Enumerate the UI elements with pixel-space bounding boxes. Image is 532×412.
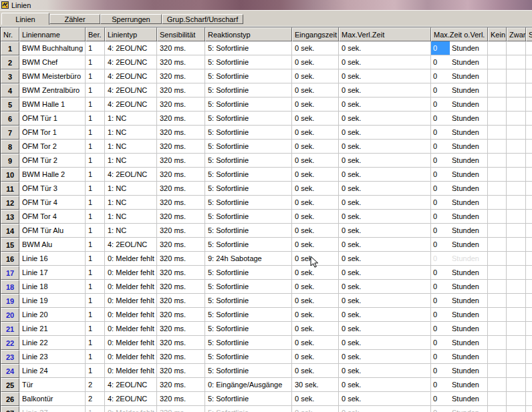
cell-flag[interactable] (488, 182, 507, 196)
cell-name[interactable]: Tür (19, 378, 86, 392)
cell-reakt[interactable]: 5: Sofortlinie (205, 266, 292, 280)
cell-flag[interactable] (526, 406, 532, 412)
hours-value[interactable]: 0 (431, 182, 450, 195)
cell-name[interactable]: BWM Halle 2 (19, 168, 86, 182)
cell-eingang[interactable]: 0 sek. (292, 294, 339, 308)
cell-maxverl[interactable]: 0 sek. (339, 97, 431, 112)
cell-ber[interactable]: 1 (86, 238, 105, 252)
cell-sens[interactable]: 320 ms. (157, 112, 205, 126)
cell-name[interactable]: BWM Zentralbüro (19, 83, 86, 97)
row-number[interactable]: 9 (1, 154, 19, 168)
cell-reakt[interactable]: 5: Sofortlinie (205, 322, 292, 336)
cell-flag[interactable] (488, 280, 507, 294)
cell-maxzeit-overl[interactable]: 0Stunden (431, 350, 488, 364)
cell-typ[interactable]: 0: Melder fehlt (105, 266, 157, 280)
cell-name[interactable]: Linie 20 (19, 308, 86, 322)
cell-flag[interactable] (488, 112, 507, 126)
cell-eingang[interactable]: 0 sek. (292, 350, 339, 364)
cell-maxverl[interactable]: 0 sek. (339, 238, 431, 252)
cell-eingang[interactable]: 0 sek. (292, 238, 339, 252)
cell-sens[interactable]: 320 ms. (157, 280, 205, 294)
cell-typ[interactable]: 0: Melder fehlt (105, 280, 157, 294)
cell-eingang[interactable]: 0 sek. (292, 336, 339, 350)
hours-value[interactable]: 0 (431, 350, 450, 363)
cell-ber[interactable]: 1 (86, 69, 105, 83)
cell-reakt[interactable]: 5: Sofortlinie (205, 280, 292, 294)
cell-sens[interactable]: 320 ms. (157, 336, 205, 350)
cell-typ[interactable]: 0: Melder fehlt (105, 294, 157, 308)
cell-maxzeit-overl[interactable]: 0Stunden (431, 252, 488, 266)
cell-ber[interactable]: 1 (86, 140, 105, 154)
cell-maxverl[interactable]: 0 sek. (339, 168, 431, 182)
row-number[interactable]: 1 (1, 41, 19, 55)
cell-sens[interactable]: 320 ms. (157, 126, 205, 140)
cell-flag[interactable] (507, 252, 526, 266)
cell-eingang[interactable]: 0 sek. (292, 182, 339, 196)
cell-flag[interactable] (507, 378, 526, 392)
cell-sens[interactable]: 320 ms. (157, 294, 205, 308)
cell-sens[interactable]: 320 ms. (157, 210, 205, 224)
row-number[interactable]: 10 (1, 168, 19, 182)
cell-reakt[interactable]: 5: Sofortlinie (205, 210, 292, 224)
cell-ber[interactable]: 1 (86, 168, 105, 182)
cell-name[interactable]: Linie 19 (19, 294, 86, 308)
hours-value[interactable]: 0 (431, 308, 450, 321)
cell-ber[interactable]: 1 (86, 322, 105, 336)
hours-value[interactable]: 0 (431, 140, 450, 153)
cell-typ[interactable]: 0: Melder fehlt (105, 350, 157, 364)
cell-flag[interactable] (526, 266, 532, 280)
cell-typ[interactable]: 0: Melder fehlt (105, 364, 157, 378)
cell-typ[interactable]: 1: NC (105, 196, 157, 210)
cell-ber[interactable]: 1 (86, 182, 105, 196)
row-number[interactable]: 7 (1, 126, 19, 140)
cell-flag[interactable] (526, 97, 532, 112)
tab-z-hler[interactable]: Zähler (49, 14, 100, 24)
cell-eingang[interactable]: 0 sek. (292, 224, 339, 238)
hours-value[interactable]: 0 (431, 69, 450, 83)
cell-name[interactable]: ÖFM Tür 1 (19, 112, 86, 126)
cell-name[interactable]: ÖFM Tür 2 (19, 154, 86, 168)
cell-maxzeit-overl[interactable]: 0Stunden (431, 182, 488, 196)
cell-flag[interactable] (507, 294, 526, 308)
cell-name[interactable]: ÖFM Tor 2 (19, 140, 86, 154)
cell-maxzeit-overl[interactable]: 0Stunden (431, 41, 488, 55)
cell-name[interactable]: BWM Chef (19, 55, 86, 69)
cell-maxverl[interactable]: 0 sek. (339, 210, 431, 224)
hours-value[interactable]: 0 (431, 83, 450, 97)
cell-flag[interactable] (526, 350, 532, 364)
cell-ber[interactable]: 1 (86, 55, 105, 69)
cell-typ[interactable]: 4: 2EOL/NC (105, 41, 157, 55)
cell-reakt[interactable]: 5: Sofortlinie (205, 112, 292, 126)
cell-flag[interactable] (507, 182, 526, 196)
cell-flag[interactable] (488, 69, 507, 83)
cell-name[interactable]: Linie 22 (19, 336, 86, 350)
cell-flag[interactable] (488, 378, 507, 392)
cell-flag[interactable] (488, 41, 507, 55)
tab-sperrungen[interactable]: Sperrungen (100, 14, 162, 24)
cell-sens[interactable]: 320 ms. (157, 168, 205, 182)
cell-flag[interactable] (526, 336, 532, 350)
cell-flag[interactable] (488, 154, 507, 168)
cell-eingang[interactable]: 0 sek. (292, 392, 339, 406)
hours-value[interactable]: 0 (431, 238, 450, 251)
cell-typ[interactable]: 4: 2EOL/NC (105, 55, 157, 69)
row-number[interactable]: 21 (1, 322, 19, 336)
cell-flag[interactable] (526, 168, 532, 182)
cell-reakt[interactable]: 5: Sofortlinie (205, 140, 292, 154)
cell-eingang[interactable]: 30 sek. (292, 378, 339, 392)
row-number[interactable]: 23 (1, 350, 19, 364)
cell-flag[interactable] (488, 238, 507, 252)
cell-flag[interactable] (488, 55, 507, 69)
cell-eingang[interactable]: 0 sek. (292, 41, 339, 55)
cell-sens[interactable]: 320 ms. (157, 392, 205, 406)
cell-flag[interactable] (488, 83, 507, 97)
cell-maxverl[interactable]: 0 sek. (339, 266, 431, 280)
row-number[interactable]: 8 (1, 140, 19, 154)
cell-maxzeit-overl[interactable]: 0Stunden (431, 322, 488, 336)
cell-reakt[interactable]: 5: Sofortlinie (205, 364, 292, 378)
cell-ber[interactable]: 1 (86, 350, 105, 364)
cell-maxverl[interactable]: 0 sek. (339, 280, 431, 294)
cell-flag[interactable] (507, 126, 526, 140)
cell-name[interactable]: Linie 18 (19, 280, 86, 294)
cell-maxverl[interactable]: 0 sek. (339, 196, 431, 210)
